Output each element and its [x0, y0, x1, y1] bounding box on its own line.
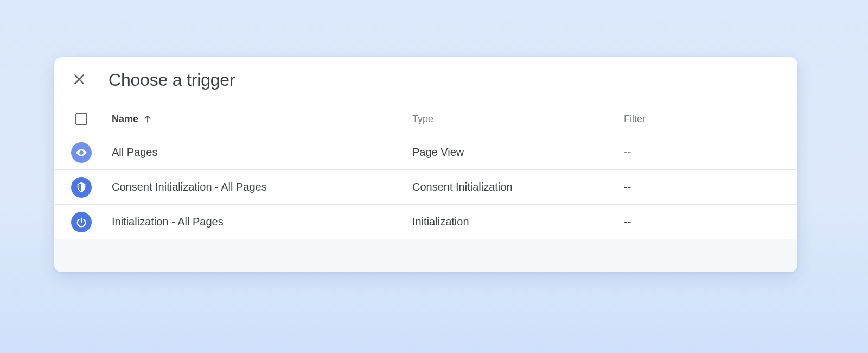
column-header-filter: Filter	[624, 114, 646, 125]
trigger-type: Consent Initialization	[412, 181, 624, 193]
panel-title: Choose a trigger	[108, 70, 235, 90]
column-header-name[interactable]: Name	[112, 114, 152, 125]
trigger-filter: --	[624, 146, 797, 159]
choose-trigger-panel: Choose a trigger Name Type Filter	[54, 57, 797, 272]
trigger-type: Initialization	[412, 216, 624, 228]
sort-ascending-icon	[143, 114, 152, 124]
panel-footer	[54, 239, 797, 272]
svg-point-3	[80, 152, 82, 154]
power-icon	[71, 212, 92, 232]
column-header-name-label: Name	[112, 114, 138, 125]
close-icon	[72, 72, 86, 89]
close-button[interactable]	[69, 71, 89, 90]
table-header-row: Name Type Filter	[54, 106, 797, 135]
trigger-type: Page View	[412, 146, 624, 159]
column-header-type: Type	[412, 114, 433, 125]
trigger-row[interactable]: Initialization - All Pages Initializatio…	[54, 205, 797, 239]
trigger-row[interactable]: Consent Initialization - All Pages Conse…	[54, 170, 797, 205]
trigger-filter: --	[624, 181, 797, 193]
panel-header: Choose a trigger	[54, 57, 797, 106]
shield-icon	[71, 177, 92, 198]
trigger-name: All Pages	[108, 146, 412, 159]
trigger-name: Consent Initialization - All Pages	[108, 181, 412, 193]
trigger-filter: --	[624, 216, 797, 228]
trigger-row[interactable]: All Pages Page View --	[54, 135, 797, 170]
select-all-checkbox[interactable]	[75, 113, 87, 125]
eye-icon	[71, 142, 92, 163]
trigger-name: Initialization - All Pages	[108, 216, 412, 228]
